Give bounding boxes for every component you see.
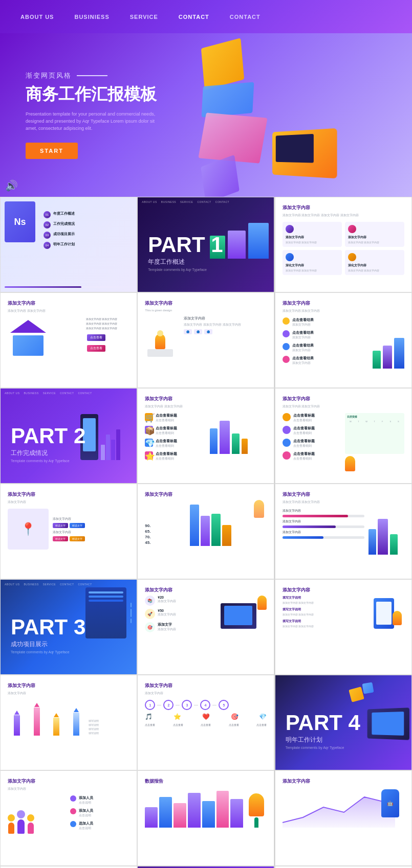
person-small: [345, 456, 355, 471]
icon: 🛒: [145, 413, 153, 421]
slide-6-1-heading: 添加文字内容: [8, 682, 129, 689]
slide-1-3: 添加文字内容 添加文字内容 添加文字内容 添加文字内容 添加文字内容 添加文字内…: [275, 197, 412, 292]
slide-2-1-vis: 添加文字内容 添加文字内容 添加文字内容 添加文字内容 添加文字内容 添加文字内…: [8, 317, 129, 369]
line-chart-svg: [283, 787, 395, 828]
slide-7-1-content: 添加人员点击说明 添加人员点击说明 选加人员点击说明: [8, 795, 129, 834]
tag[interactable]: 精选文字: [53, 523, 68, 528]
chart-labels: 90. 65. 70. 45.: [145, 523, 186, 546]
cost-item: 🎯 添加文字添加文字内容: [145, 622, 216, 632]
icon: [283, 356, 290, 363]
hero-description: Presentation template for your personal …: [26, 110, 159, 132]
part1-label: PART 1 年度工作概述 Template comments by Aqr T…: [148, 234, 223, 271]
slide-2-3-city: [363, 317, 404, 369]
feature-card: 深化文字内容 添加文字内容 添加文字内容: [283, 250, 342, 275]
feature-item: 点击查看标题点击查看细则: [283, 413, 342, 423]
slide-5-2: 添加文字内容 📚 ¥20添加文字内容 🚀 ¥50添加文字内容 🎯 添加文字添加文…: [137, 579, 274, 675]
slide-6-1-labels: 填写说明 填写说明 填写说明 填写说明: [89, 719, 129, 736]
nav-service[interactable]: SERVICE: [130, 14, 158, 20]
feature-item: 💎 点击查看标题点击查看细则: [145, 439, 204, 448]
slide-2-3-subtext: 添加文字内容 添加文字内容: [283, 309, 404, 313]
tag: 🔵: [204, 329, 212, 334]
step-4: 4: [200, 700, 210, 710]
tag-group: 精选文字 精选文字: [53, 523, 129, 528]
slide-1-1: Ns 01年度工作概述 02工作完成情况 03成功项目展示 04明年工作计划: [0, 197, 137, 292]
slide-1-3-grid: 添加文字内容 添加文字内容 添加文字内容 添加文字内容 添加文字内容 添加文字内…: [283, 222, 404, 275]
progress-bar: [283, 536, 364, 539]
tag[interactable]: 精选文字: [70, 523, 85, 528]
icon-diamond: 💎: [259, 713, 267, 720]
slide-4-1-tags: 添加文字内容 精选文字 精选文字 添加文字内容 精选文字 精选文字: [53, 517, 129, 541]
calendar: 日历安排 M T W T F S S: [345, 413, 404, 454]
slide-5-1: ABOUT USBUSINESSSERVICECONTACTCONTACT PA…: [0, 579, 137, 675]
feature-item: 点击查看结果添加文字内容: [283, 330, 360, 340]
step-label: 点击查看: [229, 723, 239, 726]
part1-title: 年度工作概述: [148, 258, 223, 266]
part3-vis: [78, 587, 134, 654]
slide-6-1: 添加文字内容 添加文字内容: [0, 675, 137, 770]
step-connector: [194, 705, 198, 705]
icon-music: 🎵: [145, 713, 153, 720]
chart-vis: [8, 700, 85, 736]
slide-7-1-items: 添加人员点击说明 添加人员点击说明 选加人员点击说明: [70, 795, 129, 834]
slide-6-2: 添加文字内容 添加文字内容 1 2 3 4 5 🎵 ⭐ ❤️ 🎯 💎: [137, 675, 274, 770]
block-yellow: [349, 687, 364, 702]
item: 添加人员点击说明: [70, 808, 129, 818]
laptop-screen: [372, 712, 404, 736]
slide-7-1: 添加文字内容 添加文字内容: [0, 770, 137, 866]
tag-btn[interactable]: 点击查看: [87, 345, 105, 352]
part3-desc: Template comments by Aqr Typeface: [11, 650, 85, 654]
slide-3-2-grid: 🛒 点击查看标题点击查看细则 📦 点击查看标题点击查看细则 💎 点击查看标题点击…: [145, 413, 267, 464]
tag: 🔵: [184, 329, 192, 334]
person-2: [17, 810, 25, 834]
phone-illustration: [374, 598, 394, 629]
slide-2-2-content: 添加文字内容 添加文字内容 添加文字内容 添加文字内容 🔵 🔵 🔵: [145, 316, 267, 357]
nav-contact2[interactable]: CONTACT: [230, 14, 261, 20]
slide-7-2: 数据报告: [137, 770, 274, 866]
hero-start-button[interactable]: START: [26, 143, 78, 159]
person-illustration: [145, 316, 181, 357]
slide-2-1-subtext: 添加文字内容 添加文字内容: [8, 309, 129, 313]
part1-desc: Template comments by Aqr Typeface: [148, 268, 223, 271]
tag[interactable]: 精选文字: [70, 536, 85, 541]
step: 填写文字说明 添加文字内容 添加文字内容: [283, 607, 360, 616]
slide-5-3: 添加文字内容 填写文字说明 添加文字内容 添加文字内容 填写文字说明 添加文字内…: [275, 579, 412, 675]
city-mini: [368, 509, 404, 555]
nav-about[interactable]: ABOUT US: [20, 14, 54, 20]
list-item: 03成功项目展示: [44, 230, 129, 240]
part3-number: PART 3: [11, 616, 85, 638]
nav-business[interactable]: BUSINIESS: [74, 14, 109, 20]
slide-6-1-subtext: 添加文字内容: [8, 691, 129, 696]
slide-7-3-heading: 添加文字内容: [283, 778, 404, 785]
hero-content: 渐变网页风格 商务工作汇报模板 Presentation template fo…: [26, 71, 386, 159]
list-item: 02工作完成情况: [44, 220, 129, 230]
slide-mini-nav: ABOUT USBUSINESSSERVICECONTACTCONTACT: [138, 200, 274, 203]
step-5: 5: [219, 700, 229, 710]
location-icon: 📍: [8, 509, 49, 550]
laptop-iso: [367, 707, 409, 740]
nav-contact1[interactable]: CONTACT: [179, 14, 209, 20]
dot: [70, 821, 76, 827]
navigation: ABOUT US BUSINIESS SERVICE CONTACT CONTA…: [0, 0, 412, 33]
tag-group2: 精选文字 精选文字: [53, 536, 129, 541]
feature-item: 点击查看结果添加文字内容: [283, 317, 360, 327]
tags: 🔵 🔵 🔵: [184, 329, 267, 334]
slide-3-3: 添加文字内容 添加文字内容 添加文字内容 点击查看标题点击查看细则 点击查看标题…: [275, 388, 412, 484]
slide-5-2-laptop: [221, 596, 267, 635]
tag[interactable]: 精选文字: [53, 536, 68, 541]
slide-4-1-content: 📍 添加文字内容 精选文字 精选文字 添加文字内容 精选文字 精选文字: [8, 509, 129, 550]
person: [393, 611, 402, 625]
bar-mini: [101, 429, 120, 460]
slide-1-1-icon: Ns: [5, 201, 35, 242]
item: 选加人员点击说明: [70, 821, 129, 831]
bar-group: [48, 713, 66, 736]
laptop: [221, 603, 256, 629]
icon: [283, 317, 290, 325]
part2-vis: [80, 399, 132, 460]
col1: 🛒 点击查看标题点击查看细则 📦 点击查看标题点击查看细则 💎 点击查看标题点击…: [145, 413, 204, 464]
slide-2-1-list: 添加文字内容 添加文字内容 添加文字内容 添加文字内容 添加文字内容 添加文字内…: [86, 317, 127, 353]
person-illustration: [249, 793, 264, 816]
slide-mini-nav: ABOUT USBUSINESSSERVICECONTACTCONTACT: [1, 392, 137, 395]
slide-3-2-subtext: 添加文字内容 添加文字内容: [145, 404, 267, 409]
slide-7-1-subtext: 添加文字内容: [8, 787, 129, 791]
tag-btn[interactable]: 点击查看: [87, 334, 105, 341]
